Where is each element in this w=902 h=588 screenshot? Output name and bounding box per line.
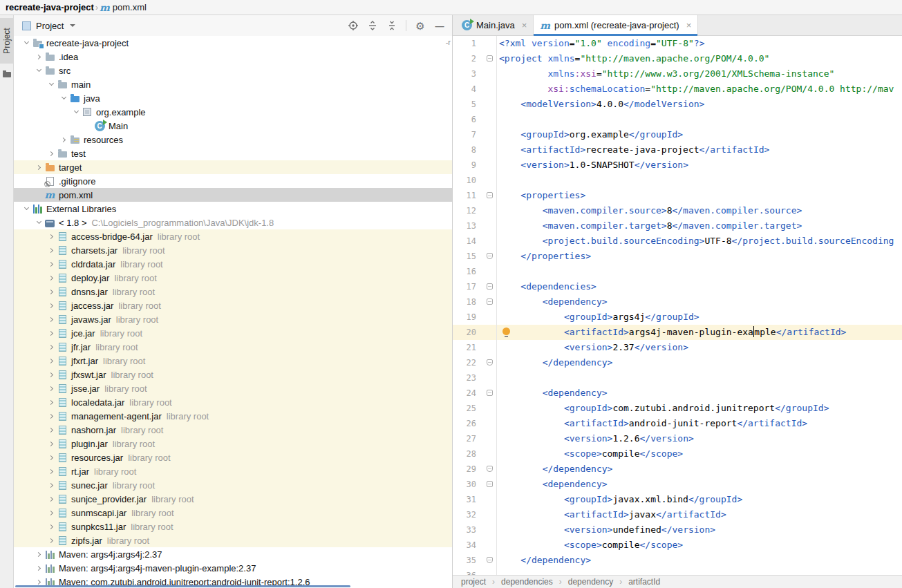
chevron-collapsed-icon[interactable] bbox=[46, 272, 57, 283]
fold-end-icon[interactable] bbox=[487, 557, 493, 563]
code-line[interactable]: 26 <artifactId>android-junit-report</art… bbox=[453, 416, 902, 431]
tree-row[interactable]: access-bridge-64.jarlibrary root bbox=[14, 229, 452, 243]
code-line[interactable]: 5 <modelVersion>4.0.0</modelVersion> bbox=[453, 97, 902, 112]
expand-all-icon[interactable] bbox=[367, 20, 378, 31]
code-line[interactable]: 2<project xmlns="http://maven.apache.org… bbox=[453, 51, 902, 66]
tree-row[interactable]: sunjce_provider.jarlibrary root bbox=[14, 492, 452, 506]
tree-row[interactable]: mpom.xml bbox=[14, 188, 452, 202]
tree-row[interactable]: jsse.jarlibrary root bbox=[14, 381, 452, 395]
chevron-collapsed-icon[interactable] bbox=[46, 521, 57, 532]
code-line[interactable]: 21 <version>2.37</version> bbox=[453, 340, 902, 355]
tree-row[interactable]: nashorn.jarlibrary root bbox=[14, 423, 452, 437]
fold-start-icon[interactable] bbox=[487, 55, 493, 61]
tree-row[interactable]: target bbox=[14, 160, 452, 174]
tree-row[interactable]: sunec.jarlibrary root bbox=[14, 478, 452, 492]
xml-breadcrumb-item[interactable]: dependency bbox=[568, 577, 613, 587]
tree-row[interactable]: dnsns.jarlibrary root bbox=[14, 285, 452, 298]
code-line[interactable]: 28 <scope>compile</scope> bbox=[453, 446, 902, 462]
tree-row[interactable]: javaws.jarlibrary root bbox=[14, 312, 452, 326]
chevron-collapsed-icon[interactable] bbox=[58, 134, 69, 145]
tree-row[interactable]: .idea bbox=[14, 50, 452, 64]
chevron-collapsed-icon[interactable] bbox=[46, 507, 57, 518]
xml-breadcrumb-item[interactable]: dependencies bbox=[501, 577, 553, 587]
code-line[interactable]: 12 <maven.compiler.source>8</maven.compi… bbox=[453, 203, 902, 218]
tree-row[interactable]: resources bbox=[14, 133, 452, 146]
tree-row[interactable]: jaccess.jarlibrary root bbox=[14, 298, 452, 312]
tree-row[interactable]: charsets.jarlibrary root bbox=[14, 243, 452, 257]
code-line[interactable]: 8 <artifactId>recreate-java-project</art… bbox=[453, 142, 902, 158]
code-line[interactable]: 30 <dependency> bbox=[453, 477, 902, 492]
fold-start-icon[interactable] bbox=[487, 298, 493, 305]
chevron-collapsed-icon[interactable] bbox=[46, 148, 57, 159]
code-line[interactable]: 32 <artifactId>javax</artifactId> bbox=[453, 507, 902, 522]
tree-row[interactable]: management-agent.jarlibrary root bbox=[14, 409, 452, 423]
horizontal-scrollbar-thumb[interactable] bbox=[15, 585, 350, 587]
tree-row[interactable]: cldrdata.jarlibrary root bbox=[14, 257, 452, 271]
chevron-collapsed-icon[interactable] bbox=[46, 397, 57, 408]
tree-row[interactable]: CMain bbox=[14, 119, 452, 133]
code-line[interactable]: 10 bbox=[453, 173, 902, 188]
chevron-expanded-icon[interactable] bbox=[21, 203, 32, 214]
tree-row[interactable]: jce.jarlibrary root bbox=[14, 326, 452, 340]
close-icon[interactable]: × bbox=[686, 20, 692, 30]
chevron-collapsed-icon[interactable] bbox=[46, 466, 57, 477]
tree-row[interactable]: jfxswt.jarlibrary root bbox=[14, 368, 452, 381]
breadcrumb-item[interactable]: recreate-java-project bbox=[6, 2, 94, 12]
code-line[interactable]: 22 </dependency> bbox=[453, 355, 902, 370]
code-line[interactable]: 9 <version>1.0-SNAPSHOT</version> bbox=[453, 158, 902, 173]
code-line[interactable]: 25 <groupId>com.zutubi.android.junitrepo… bbox=[453, 401, 902, 416]
tree-row[interactable]: org.example bbox=[14, 105, 452, 119]
code-line[interactable]: 29 </dependency> bbox=[453, 462, 902, 477]
tree-row[interactable]: main bbox=[14, 77, 452, 91]
fold-end-icon[interactable] bbox=[487, 253, 493, 259]
tree-row[interactable]: localedata.jarlibrary root bbox=[14, 395, 452, 409]
fold-end-icon[interactable] bbox=[487, 359, 493, 366]
code-line[interactable]: 24 <dependency> bbox=[453, 386, 902, 401]
chevron-collapsed-icon[interactable] bbox=[46, 369, 57, 380]
chevron-collapsed-icon[interactable] bbox=[33, 549, 44, 560]
tool-window-tab-project[interactable]: Project bbox=[0, 18, 14, 64]
chevron-expanded-icon[interactable] bbox=[33, 65, 44, 76]
chevron-collapsed-icon[interactable] bbox=[46, 286, 57, 297]
chevron-expanded-icon[interactable] bbox=[71, 106, 82, 117]
chevron-collapsed-icon[interactable] bbox=[46, 493, 57, 504]
chevron-expanded-icon[interactable] bbox=[46, 79, 57, 90]
chevron-collapsed-icon[interactable] bbox=[33, 51, 44, 62]
xml-breadcrumb-item[interactable]: artifactId bbox=[628, 577, 660, 587]
hide-icon[interactable]: — bbox=[434, 20, 445, 31]
collapse-all-icon[interactable] bbox=[386, 20, 397, 31]
chevron-collapsed-icon[interactable] bbox=[46, 452, 57, 463]
chevron-collapsed-icon[interactable] bbox=[46, 328, 57, 339]
tree-row[interactable]: rt.jarlibrary root bbox=[14, 464, 452, 478]
tree-row[interactable]: zipfs.jarlibrary root bbox=[14, 533, 452, 547]
chevron-collapsed-icon[interactable] bbox=[46, 410, 57, 421]
code-line[interactable]: 6 bbox=[453, 112, 902, 127]
breadcrumb-item[interactable]: mpom.xml bbox=[100, 2, 147, 12]
chevron-collapsed-icon[interactable] bbox=[33, 162, 44, 173]
chevron-collapsed-icon[interactable] bbox=[46, 245, 57, 256]
fold-start-icon[interactable] bbox=[487, 390, 493, 396]
code-line[interactable]: 7 <groupId>org.example</groupId> bbox=[453, 127, 902, 142]
code-line[interactable]: 36 bbox=[453, 568, 902, 575]
code-line[interactable]: 34 <scope>compile</scope> bbox=[453, 538, 902, 553]
chevron-collapsed-icon[interactable] bbox=[46, 535, 57, 546]
tree-row[interactable]: recreate-java-project bbox=[14, 36, 452, 50]
editor-tab[interactable]: CMain.java× bbox=[455, 15, 534, 35]
code-line[interactable]: 31 <groupId>javax.xml.bind</groupId> bbox=[453, 492, 902, 507]
tree-row[interactable]: sunpkcs11.jarlibrary root bbox=[14, 520, 452, 533]
tree-row[interactable]: src bbox=[14, 64, 452, 77]
chevron-collapsed-icon[interactable] bbox=[46, 383, 57, 394]
tree-row[interactable]: Maven: args4j:args4j:2.37 bbox=[14, 547, 452, 561]
tree-row[interactable]: jfxrt.jarlibrary root bbox=[14, 354, 452, 368]
code-line[interactable]: 13 <maven.compiler.target>8</maven.compi… bbox=[453, 218, 902, 234]
code-line[interactable]: 35 </dependency> bbox=[453, 553, 902, 568]
tree-row[interactable]: .gitignore bbox=[14, 174, 452, 188]
tree-row[interactable]: java bbox=[14, 91, 452, 105]
tree-row[interactable]: Maven: args4j:args4j-maven-plugin-exampl… bbox=[14, 561, 452, 575]
chevron-expanded-icon[interactable] bbox=[58, 93, 69, 104]
chevron-collapsed-icon[interactable] bbox=[46, 258, 57, 269]
editor-tab[interactable]: mpom.xml (recreate-java-project)× bbox=[534, 15, 698, 35]
chevron-collapsed-icon[interactable] bbox=[46, 480, 57, 491]
chevron-collapsed-icon[interactable] bbox=[46, 438, 57, 449]
code-editor[interactable]: 1<?xml version="1.0" encoding="UTF-8"?>2… bbox=[453, 36, 902, 575]
